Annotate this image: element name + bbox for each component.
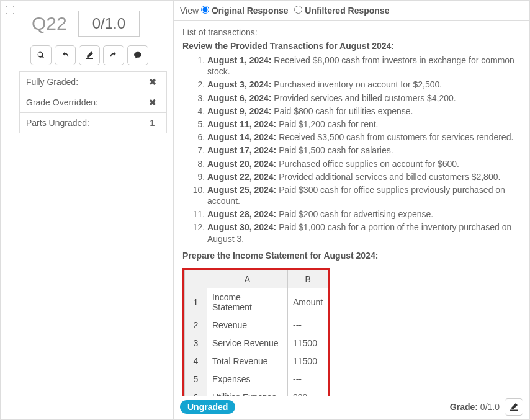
table-row: 5Expenses--- (185, 370, 328, 388)
original-response-label: Original Response (212, 6, 289, 16)
right-panel: View Original Response Unfiltered Respon… (173, 1, 529, 419)
row-checkbox-cell (1, 1, 19, 419)
status-row: Fully Graded:✖ (20, 72, 167, 92)
transactions-list: August 1, 2024: Received $8,000 cash fro… (207, 55, 521, 244)
transaction-item: August 1, 2024: Received $8,000 cash fro… (207, 55, 521, 77)
transaction-date: August 22, 2024: (207, 172, 276, 182)
cell-a: Revenue (207, 316, 288, 334)
edit-button[interactable] (79, 45, 100, 65)
footer-row: Ungraded Grade: 0/1.0 (174, 396, 529, 419)
search-button[interactable] (30, 45, 52, 65)
transaction-date: August 3, 2024: (207, 79, 271, 89)
prepare-statement-heading: Prepare the Income Statement for August … (182, 251, 521, 261)
search-icon (37, 51, 45, 60)
list-of-transactions-label: List of transactions: (182, 27, 521, 37)
transaction-text: Paid $800 cash for utilities expense. (271, 106, 413, 116)
table-row: 6Utilities Expense800 (185, 388, 328, 396)
transaction-item: August 14, 2024: Received $3,500 cash fr… (207, 132, 521, 143)
transaction-text: Received $3,500 cash from customers for … (276, 132, 513, 142)
transaction-date: August 14, 2024: (207, 132, 276, 142)
transaction-text: Paid $1,200 cash for rent. (276, 119, 378, 129)
view-selector: View Original Response Unfiltered Respon… (174, 1, 529, 20)
cell-b: 800 (288, 388, 328, 396)
edit-grade-button[interactable] (505, 398, 523, 416)
row-number: 4 (185, 352, 207, 370)
transaction-item: August 22, 2024: Provided additional ser… (207, 171, 521, 182)
transaction-item: August 6, 2024: Provided services and bi… (207, 92, 521, 104)
ungraded-badge: Ungraded (180, 400, 235, 414)
cell-a: Income Statement (207, 288, 288, 316)
transaction-date: August 9, 2024: (207, 106, 271, 116)
transaction-text: Provided additional services and billed … (276, 172, 500, 182)
cell-b: Amount (288, 288, 328, 316)
table-row: 1Income StatementAmount (185, 288, 328, 316)
transaction-item: August 30, 2024: Paid $1,000 cash for a … (207, 221, 521, 244)
transaction-item: August 3, 2024: Purchased inventory on a… (207, 79, 521, 90)
left-panel: Q22 0/1.0 Fully Graded:✖Grade Overridden… (19, 1, 173, 419)
grade-label: Grade: 0/1.0 (450, 402, 500, 412)
transaction-date: August 17, 2024: (207, 145, 276, 155)
table-row: 3Service Revenue11500 (185, 334, 328, 352)
col-header-a: A (207, 270, 288, 288)
transaction-item: August 11, 2024: Paid $1,200 cash for re… (207, 118, 521, 130)
cell-b: --- (288, 370, 328, 388)
transaction-date: August 30, 2024: (207, 222, 276, 232)
transaction-date: August 25, 2024: (207, 185, 276, 195)
status-value: ✖ (138, 92, 167, 113)
comment-button[interactable] (127, 45, 148, 65)
transaction-text: Purchased office supplies on account for… (276, 159, 459, 169)
transaction-date: August 6, 2024: (207, 93, 271, 103)
score-display: 0/1.0 (78, 11, 140, 37)
redo-button[interactable] (103, 45, 124, 65)
unfiltered-response-radio[interactable] (294, 6, 302, 14)
status-label: Parts Ungraded: (20, 113, 138, 133)
transaction-date: August 1, 2024: (207, 55, 271, 65)
transaction-date: August 11, 2024: (207, 119, 276, 129)
transaction-item: August 9, 2024: Paid $800 cash for utili… (207, 105, 521, 117)
content-area: List of transactions: Review the Provide… (174, 20, 529, 396)
select-question-checkbox[interactable] (6, 6, 14, 14)
cell-b: 11500 (288, 334, 328, 352)
pencil-square-icon (510, 403, 518, 411)
corner-cell (185, 270, 207, 288)
cell-a: Utilities Expense (207, 388, 288, 396)
transaction-date: August 28, 2024: (207, 209, 276, 219)
status-row: Grade Overridden:✖ (20, 92, 167, 113)
status-value: 1 (138, 113, 167, 133)
cell-a: Total Revenue (207, 352, 288, 370)
spreadsheet-answer: A B 1Income StatementAmount2Revenue---3S… (182, 268, 330, 396)
comment-icon (134, 51, 141, 60)
original-response-radio[interactable] (201, 6, 209, 14)
cell-b: --- (288, 316, 328, 334)
row-number: 3 (185, 334, 207, 352)
table-row: 4Total Revenue11500 (185, 352, 328, 370)
undo-button[interactable] (55, 45, 76, 65)
transaction-item: August 20, 2024: Purchased office suppli… (207, 158, 521, 169)
status-table: Fully Graded:✖Grade Overridden:✖Parts Un… (19, 71, 167, 133)
transaction-text: Paid $200 cash for advertising expense. (276, 209, 433, 219)
row-number: 6 (185, 388, 207, 396)
review-transactions-heading: Review the Provided Transactions for Aug… (182, 41, 521, 51)
status-label: Fully Graded: (20, 72, 138, 92)
status-label: Grade Overridden: (20, 92, 138, 113)
unfiltered-response-label: Unfiltered Response (305, 6, 389, 16)
status-value: ✖ (138, 72, 167, 92)
transaction-text: Provided services and billed customers $… (271, 93, 456, 103)
question-number: Q22 (32, 13, 67, 34)
row-number: 2 (185, 316, 207, 334)
cell-a: Service Revenue (207, 334, 288, 352)
redo-icon (110, 51, 117, 60)
cell-a: Expenses (207, 370, 288, 388)
row-number: 1 (185, 288, 207, 316)
undo-icon (61, 51, 69, 60)
transaction-text: Purchased inventory on account for $2,50… (271, 79, 442, 89)
income-statement-table: A B 1Income StatementAmount2Revenue---3S… (184, 270, 328, 396)
transaction-text: Paid $1,500 cash for salaries. (276, 145, 393, 155)
pencil-square-icon (86, 51, 93, 60)
col-header-b: B (288, 270, 328, 288)
transaction-item: August 25, 2024: Paid $300 cash for offi… (207, 184, 521, 207)
transaction-item: August 28, 2024: Paid $200 cash for adve… (207, 208, 521, 220)
view-label: View (180, 6, 199, 16)
status-row: Parts Ungraded:1 (20, 113, 167, 133)
cell-b: 11500 (288, 352, 328, 370)
